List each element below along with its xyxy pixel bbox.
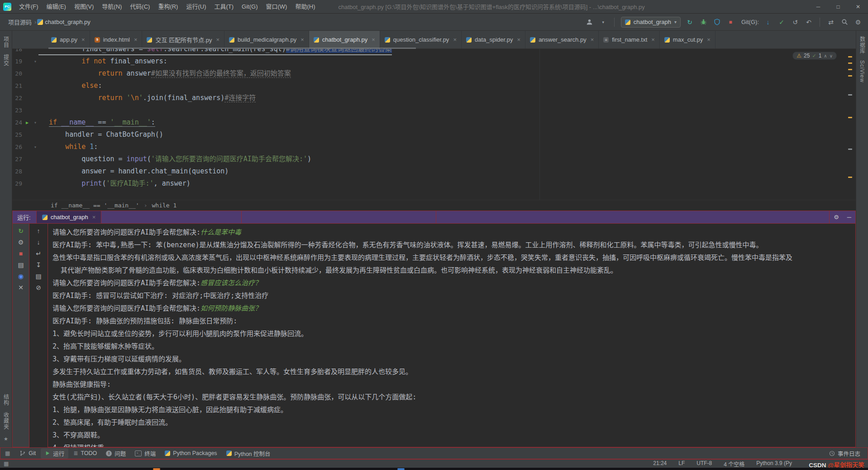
close-icon[interactable]: ×: [134, 36, 138, 43]
tab-question_classifier.py[interactable]: question_classifier.py×: [380, 31, 462, 48]
run-configuration-select[interactable]: chatbot_graph ▾: [621, 17, 681, 28]
breadcrumb-project[interactable]: 项目源码: [6, 17, 33, 27]
close-icon[interactable]: ✕: [18, 284, 24, 291]
fold-icon[interactable]: ▾: [32, 116, 38, 129]
toolwindow-终端[interactable]: >_终端: [131, 448, 160, 459]
error-stripe-mark[interactable]: [848, 56, 852, 58]
error-stripe-mark[interactable]: [848, 75, 852, 77]
minimize-button[interactable]: ─: [808, 0, 828, 13]
tab-max_cut.py[interactable]: max_cut.py×: [660, 31, 715, 48]
avatar-dropdown-chevron-icon[interactable]: ▾: [599, 18, 608, 27]
menu-帮助(H)[interactable]: 帮助(H): [291, 0, 319, 14]
print-icon[interactable]: ▤: [35, 273, 41, 279]
stripe-item-收藏夹[interactable]: 收藏夹: [2, 412, 10, 430]
breadcrumb-file[interactable]: chatbot_graph.py: [43, 18, 92, 26]
close-icon[interactable]: ×: [300, 36, 304, 43]
git-history-button[interactable]: ↺: [791, 18, 800, 27]
code-line[interactable]: 28 answer = handler.chat_main(question): [12, 165, 856, 177]
soft-wrap-icon[interactable]: ↵: [36, 250, 41, 257]
menu-窗口(W)[interactable]: 窗口(W): [262, 0, 291, 14]
hide-panel-icon[interactable]: ─: [843, 211, 855, 223]
close-icon[interactable]: ×: [707, 36, 711, 43]
tab-build_medicalgraph.py[interactable]: build_medicalgraph.py×: [224, 31, 309, 48]
clear-all-icon[interactable]: ⊘: [36, 284, 41, 291]
user-avatar-icon[interactable]: [585, 18, 594, 27]
settings-icon[interactable]: ⚙: [18, 239, 24, 245]
code-line[interactable]: 19▾ if not final_answers:: [12, 55, 856, 67]
rerun-button[interactable]: ↻: [685, 18, 694, 27]
tab-app.py[interactable]: app.py×: [47, 31, 90, 48]
stripe-item-数据库[interactable]: 数据库: [858, 36, 866, 54]
close-button[interactable]: ✕: [848, 0, 868, 13]
toolwindow-问题[interactable]: !问题: [102, 448, 130, 459]
fold-icon[interactable]: ▾: [32, 55, 38, 67]
code-line[interactable]: 18 final_answers = self.searcher.search_…: [12, 49, 856, 55]
code-line[interactable]: 29 print('医疗AI助手:', answer): [12, 177, 856, 190]
line-number[interactable]: 19: [12, 55, 22, 67]
pin-icon[interactable]: ◉: [18, 273, 24, 279]
taskbar-app-icon[interactable]: [397, 468, 405, 470]
breadcrumb-while-scope[interactable]: while 1: [152, 202, 177, 209]
menu-代码(C)[interactable]: 代码(C): [126, 0, 154, 14]
stripe-item-提交[interactable]: 提交: [2, 54, 10, 66]
code-line[interactable]: 22 return '\n'.join(final_answers)#连接字符: [12, 92, 856, 104]
close-icon[interactable]: ×: [372, 36, 375, 43]
error-stripe-mark[interactable]: [848, 94, 852, 96]
toolwindow-Python Packages[interactable]: Python Packages: [161, 449, 221, 457]
code-line[interactable]: 23: [12, 104, 856, 116]
tab-交互 匹配所有节点.py[interactable]: 交互 匹配所有节点.py×: [142, 31, 224, 48]
restore-layout-icon[interactable]: ▤: [18, 262, 24, 268]
git-rollback-button[interactable]: ↶: [804, 18, 813, 27]
close-icon[interactable]: ×: [216, 36, 219, 43]
toolwindow-TODO[interactable]: ≣TODO: [69, 449, 101, 457]
code-line[interactable]: 24▶▾if __name__ == '__main__':: [12, 116, 856, 129]
error-stripe-mark[interactable]: [848, 177, 852, 178]
close-icon[interactable]: ×: [92, 214, 96, 221]
settings-gear-button[interactable]: ⚙: [854, 18, 863, 27]
stop-icon[interactable]: ■: [19, 250, 23, 257]
run-panel-settings-gear-icon[interactable]: ⚙: [830, 211, 843, 223]
line-number[interactable]: 29: [12, 177, 22, 190]
error-stripe-mark[interactable]: [848, 117, 852, 118]
status-LF[interactable]: LF: [678, 460, 685, 468]
line-number[interactable]: 20: [12, 67, 22, 80]
status-21:24[interactable]: 21:24: [653, 460, 667, 468]
code-line[interactable]: 20 return answer#如果没有找到合适的最终答案，返回初始答案: [12, 67, 856, 80]
statusbar-grid-icon[interactable]: ▦: [4, 460, 9, 467]
coverage-button[interactable]: [712, 18, 721, 27]
prev-issue-chevron-icon[interactable]: ∧: [824, 53, 827, 58]
status-Python 3.9 (Py[interactable]: Python 3.9 (Py: [756, 460, 792, 468]
close-icon[interactable]: ×: [453, 36, 457, 43]
error-stripe-mark[interactable]: [848, 149, 852, 150]
inspections-widget[interactable]: ⚠ 25 ✓ 1 ∧ ∨: [792, 52, 837, 60]
line-number[interactable]: 26: [12, 141, 22, 153]
toolwindow-Python 控制台[interactable]: Python 控制台: [222, 448, 275, 459]
error-stripe-mark[interactable]: [848, 62, 852, 64]
close-icon[interactable]: ×: [517, 36, 521, 43]
debug-button[interactable]: [699, 18, 708, 27]
tab-answer_search.py[interactable]: answer_search.py×: [525, 31, 599, 48]
code-line[interactable]: 27 question = input('请输入您所要咨询的问题医疗AI助手会帮…: [12, 153, 856, 165]
fold-icon[interactable]: ▾: [32, 141, 38, 153]
run-tab[interactable]: chatbot_graph ×: [36, 211, 102, 223]
git-update-button[interactable]: ↓: [763, 18, 773, 27]
tab-chatbot_graph.py[interactable]: chatbot_graph.py×: [309, 31, 380, 48]
line-number[interactable]: 23: [12, 104, 22, 116]
toolwindow-switcher-icon[interactable]: ▦: [5, 450, 10, 456]
code-editor[interactable]: 18 final_answers = self.searcher.search_…: [12, 49, 856, 200]
git-commit-button[interactable]: ✓: [777, 18, 786, 27]
code-line[interactable]: 25 handler = ChatBotGraph(): [12, 129, 856, 141]
menu-Git(G)[interactable]: Git(G): [238, 0, 262, 14]
search-everywhere-button[interactable]: [840, 18, 849, 27]
line-number[interactable]: 22: [12, 92, 22, 104]
breadcrumb-main-scope[interactable]: if __name__ == '__main__': [51, 202, 139, 209]
code-line[interactable]: 26▾ while 1:: [12, 141, 856, 153]
menu-导航(N)[interactable]: 导航(N): [98, 0, 126, 14]
error-stripe-mark[interactable]: [848, 69, 852, 70]
next-issue-chevron-icon[interactable]: ∨: [830, 53, 833, 58]
taskbar-app-icon[interactable]: [153, 468, 160, 470]
rerun-icon[interactable]: ↻: [18, 228, 24, 234]
toolwindow-运行[interactable]: 运行: [41, 448, 68, 459]
code-with-me-icon[interactable]: ⇄: [826, 18, 835, 27]
line-number[interactable]: 18: [12, 49, 22, 55]
